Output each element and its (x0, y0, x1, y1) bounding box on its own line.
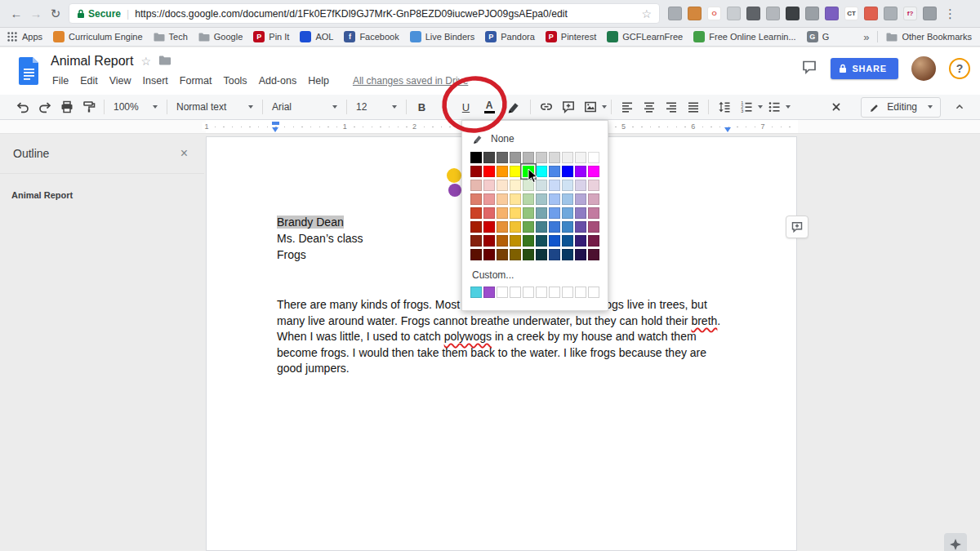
color-swatch[interactable] (562, 221, 573, 233)
color-swatch[interactable] (549, 193, 560, 205)
docs-app-icon[interactable] (18, 57, 39, 88)
color-swatch[interactable] (536, 221, 547, 233)
collapse-toolbar-button[interactable] (949, 96, 970, 118)
bookmark-pandora[interactable]: PPandora (485, 31, 535, 42)
bookmark-facebook[interactable]: fFacebook (344, 31, 399, 42)
secure-chip[interactable]: Secure (77, 8, 121, 20)
color-swatch[interactable] (549, 221, 560, 233)
document-title[interactable]: Animal Report (51, 54, 133, 69)
extension-icon[interactable] (727, 7, 741, 20)
other-bookmarks[interactable]: Other Bookmarks (886, 31, 972, 42)
color-swatch[interactable] (483, 180, 495, 191)
color-swatch[interactable] (470, 166, 482, 177)
italic-button[interactable]: I (433, 96, 455, 118)
color-swatch[interactable] (483, 166, 495, 177)
color-swatch[interactable] (497, 166, 508, 177)
color-swatch[interactable] (497, 249, 508, 260)
font-select[interactable]: Arial (267, 97, 342, 117)
align-left-button[interactable] (616, 96, 638, 118)
custom-color-link[interactable]: Custom... (470, 269, 599, 281)
menu-file[interactable]: File (47, 73, 74, 88)
bookmark-pinterest[interactable]: PPinterest (546, 31, 596, 42)
color-swatch[interactable] (536, 193, 547, 205)
color-swatch[interactable] (523, 180, 534, 191)
custom-color-swatch[interactable] (497, 287, 508, 298)
explore-button[interactable] (944, 533, 967, 551)
custom-color-swatch[interactable] (588, 287, 599, 298)
bookmark-pin-it[interactable]: PPin It (253, 31, 289, 42)
color-swatch[interactable] (470, 249, 482, 260)
color-swatch[interactable] (523, 152, 534, 163)
extension-icon[interactable] (786, 7, 800, 20)
color-swatch[interactable] (536, 207, 547, 219)
browser-menu-icon[interactable]: ⋮ (944, 7, 956, 21)
color-swatch[interactable] (549, 152, 560, 163)
share-button[interactable]: SHARE (831, 58, 898, 79)
bulleted-list-caret[interactable] (786, 105, 791, 109)
extension-icon[interactable] (688, 7, 702, 20)
color-swatch[interactable] (562, 207, 573, 219)
extension-icon[interactable] (825, 7, 839, 20)
move-folder-icon[interactable] (158, 54, 172, 69)
color-swatch[interactable] (483, 207, 495, 219)
bookmark-curriculum-engine[interactable]: Curriculum Engine (53, 31, 142, 42)
bookmark-g[interactable]: GG (807, 31, 830, 42)
add-comment-page-button[interactable] (786, 216, 808, 238)
clear-formatting-button[interactable] (825, 96, 847, 118)
extension-icon[interactable] (668, 7, 682, 20)
color-swatch[interactable] (588, 166, 599, 177)
paragraph-style-select[interactable]: Normal text (172, 97, 258, 117)
color-swatch[interactable] (588, 249, 599, 260)
outline-item[interactable]: Animal Report (11, 190, 204, 200)
align-justify-button[interactable] (682, 96, 704, 118)
color-swatch[interactable] (510, 152, 521, 163)
apps-shortcut[interactable]: Apps (7, 31, 42, 42)
menu-view[interactable]: View (104, 73, 137, 88)
redo-button[interactable] (33, 96, 56, 118)
font-size-select[interactable]: 12 (351, 97, 402, 117)
color-swatch[interactable] (562, 152, 573, 163)
color-swatch[interactable] (470, 180, 482, 191)
paint-format-button[interactable] (78, 96, 100, 118)
color-swatch[interactable] (523, 221, 534, 233)
color-swatch[interactable] (549, 235, 560, 247)
bookmark-free-online-learnin-[interactable]: Free Online Learnin... (693, 31, 795, 42)
extension-icon[interactable]: f? (903, 7, 917, 20)
bulleted-list-button[interactable] (763, 96, 785, 118)
bookmark-google[interactable]: Google (198, 31, 243, 42)
color-swatch[interactable] (549, 207, 560, 219)
line-spacing-button[interactable] (713, 96, 735, 118)
menu-insert[interactable]: Insert (137, 73, 174, 88)
color-swatch[interactable] (588, 221, 599, 233)
right-indent-marker[interactable] (724, 127, 731, 132)
color-swatch[interactable] (549, 166, 560, 177)
color-swatch[interactable] (510, 221, 521, 233)
color-swatch[interactable] (510, 193, 521, 205)
color-swatch[interactable] (510, 249, 521, 260)
extension-icon[interactable] (746, 7, 760, 20)
color-swatch[interactable] (562, 235, 573, 247)
bold-button[interactable]: B (411, 96, 433, 118)
color-swatch[interactable] (562, 166, 573, 177)
bookmark-live-binders[interactable]: Live Binders (410, 31, 475, 42)
help-button[interactable]: ? (949, 58, 970, 79)
extension-icon[interactable] (884, 7, 898, 20)
color-swatch[interactable] (562, 249, 573, 260)
insert-comment-button[interactable] (557, 96, 579, 118)
forward-icon[interactable]: → (26, 4, 46, 24)
highlight-none-option[interactable]: None (470, 128, 599, 149)
color-swatch[interactable] (575, 193, 586, 205)
align-center-button[interactable] (638, 96, 660, 118)
text-color-button[interactable]: A (477, 96, 501, 118)
color-swatch[interactable] (470, 221, 482, 233)
insert-image-button[interactable] (579, 96, 601, 118)
custom-color-swatch[interactable] (523, 287, 534, 298)
color-swatch[interactable] (588, 152, 599, 163)
color-swatch[interactable] (497, 193, 508, 205)
color-swatch[interactable] (483, 235, 495, 247)
color-swatch[interactable] (575, 166, 586, 177)
document-headings[interactable]: Brandy DeanMs. Dean’s classFrogs (277, 214, 363, 263)
extension-icon[interactable] (864, 7, 878, 20)
editing-mode-select[interactable]: Editing (861, 97, 941, 118)
color-swatch[interactable] (588, 193, 599, 205)
